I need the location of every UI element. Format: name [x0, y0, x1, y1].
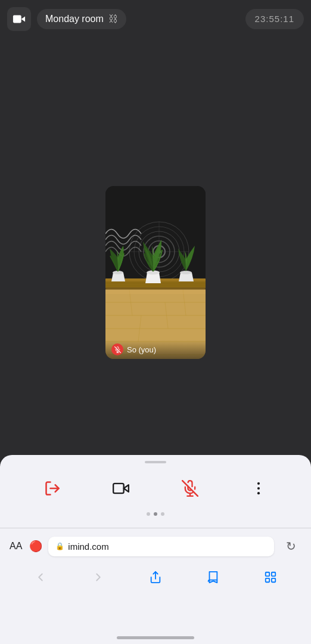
- url-text: imind.com: [68, 541, 108, 552]
- url-bar-row: AA 🔴 🔒 imind.com ↻: [0, 528, 311, 562]
- home-indicator: [117, 636, 194, 639]
- svg-rect-35: [113, 484, 124, 493]
- url-bar[interactable]: 🔒 imind.com: [48, 537, 274, 556]
- plant-scene: [105, 186, 206, 359]
- forward-button[interactable]: [85, 564, 111, 590]
- leave-icon: [44, 480, 61, 497]
- camera-toggle-icon: [113, 480, 129, 497]
- bookmarks-button[interactable]: [200, 564, 226, 590]
- reload-button[interactable]: ↻: [280, 535, 301, 557]
- bookmarks-icon: [206, 571, 219, 584]
- svg-point-40: [257, 487, 260, 490]
- user-label: So (you): [105, 340, 206, 359]
- mic-slash-icon: [114, 346, 121, 353]
- camera-icon: [13, 13, 26, 26]
- leave-button[interactable]: [37, 473, 68, 504]
- more-icon: [250, 480, 267, 497]
- share-icon: [149, 571, 162, 584]
- camera-button[interactable]: [7, 7, 31, 31]
- svg-rect-0: [13, 16, 21, 23]
- back-button[interactable]: [27, 564, 54, 590]
- page-dot-2: [154, 512, 157, 516]
- link-icon: ⛓: [108, 14, 118, 24]
- svg-point-41: [257, 492, 260, 494]
- mute-button[interactable]: [175, 473, 206, 504]
- room-name-text: Monday room: [45, 14, 104, 24]
- svg-rect-45: [272, 578, 275, 582]
- lock-icon: 🔒: [55, 542, 64, 550]
- bottom-sheet: [0, 455, 311, 528]
- video-tile: So (you): [105, 186, 206, 359]
- drag-handle: [145, 461, 166, 463]
- header-bar: Monday room ⛓ 23:55:11: [0, 0, 311, 38]
- timer-pill: 23:55:11: [245, 9, 304, 29]
- svg-rect-43: [266, 572, 269, 576]
- svg-rect-44: [272, 572, 275, 576]
- room-name-pill[interactable]: Monday room ⛓: [37, 9, 126, 29]
- svg-rect-30: [105, 287, 206, 290]
- toolbar-row: [0, 473, 311, 504]
- forward-icon: [92, 571, 105, 584]
- svg-rect-46: [266, 578, 269, 582]
- mic-muted-icon: [111, 343, 123, 355]
- svg-point-39: [257, 482, 260, 485]
- timer-text: 23:55:11: [255, 14, 294, 24]
- share-button[interactable]: [142, 564, 169, 590]
- video-record-icon: 🔴: [29, 540, 42, 553]
- page-dot-3: [161, 512, 164, 516]
- page-dots: [0, 512, 311, 516]
- safari-bar: AA 🔴 🔒 imind.com ↻: [0, 528, 311, 644]
- reload-icon: ↻: [286, 539, 296, 553]
- camera-toggle-button[interactable]: [105, 473, 136, 504]
- page-dot-1: [147, 512, 150, 516]
- tabs-button[interactable]: [257, 564, 284, 590]
- svg-rect-29: [105, 289, 206, 294]
- mute-icon: [182, 480, 198, 497]
- main-video-area: So (you): [0, 38, 311, 525]
- user-name-label: So (you): [127, 345, 156, 354]
- tabs-icon: [264, 571, 277, 584]
- aa-button[interactable]: AA: [10, 541, 22, 552]
- more-options-button[interactable]: [243, 473, 274, 504]
- safari-nav-row: [0, 562, 311, 594]
- back-icon: [34, 571, 47, 584]
